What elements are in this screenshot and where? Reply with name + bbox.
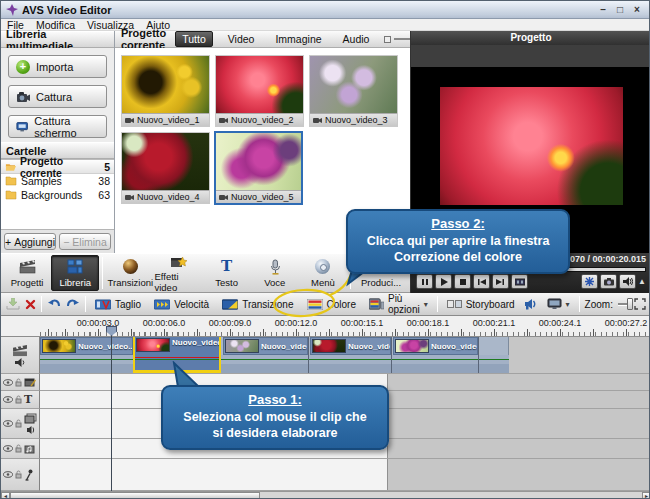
piu-opzioni-button[interactable]: Più opzioni ▾ xyxy=(365,292,432,316)
timeline-clip-3[interactable]: Nuovo_video... xyxy=(223,337,308,355)
pause-button[interactable] xyxy=(416,274,433,289)
colore-button[interactable]: Colore xyxy=(303,298,360,311)
volume-popup-arrow[interactable]: ▲ xyxy=(638,277,646,286)
clip-name: Nuovo_vide... xyxy=(348,342,391,351)
zoom-slider-thumb[interactable] xyxy=(627,298,633,310)
library-panel: Libreria multimediale + Importa Cattura … xyxy=(1,31,115,253)
import-button[interactable]: + Importa xyxy=(8,55,107,78)
clip-name: Nuovo_video... xyxy=(431,342,478,351)
clip-name: Nuovo_video... xyxy=(78,342,133,351)
timeline-clip-5[interactable]: Nuovo_video... xyxy=(393,337,478,355)
folder-current-project[interactable]: Progetto corrente 5 xyxy=(1,160,114,174)
ruler-label: 00:00:09.0 xyxy=(198,318,262,328)
media-grid: Nuovo_video_1 Nuovo_video_2 Nuovo_video_… xyxy=(115,48,410,211)
toolbar-label: Voce xyxy=(264,277,285,288)
capture-button[interactable]: Cattura xyxy=(8,85,107,108)
next-frame-button[interactable] xyxy=(492,274,509,289)
eye-icon[interactable] xyxy=(3,396,13,403)
timeline-clip-4[interactable]: Nuovo_vide... xyxy=(310,337,391,355)
folder-count: 5 xyxy=(104,161,110,173)
close-button[interactable]: × xyxy=(630,4,644,16)
timeline-zoom-slider[interactable] xyxy=(618,303,629,306)
media-item-4[interactable]: Nuovo_video_4 xyxy=(121,132,210,204)
scroll-right-icon[interactable]: ▸ xyxy=(642,492,650,499)
delete-label: Elimina xyxy=(72,236,106,248)
taglio-button[interactable]: Taglio xyxy=(91,298,145,311)
preview-title: Progetto xyxy=(411,31,650,45)
stop-button[interactable] xyxy=(454,274,471,289)
video-track[interactable]: Nuovo_video... Nuovo_video... Nuovo_vide… xyxy=(40,337,650,374)
add-folder-button[interactable]: + Aggiungi xyxy=(4,233,56,250)
clip-thumbnail xyxy=(42,339,76,353)
redo-icon[interactable] xyxy=(66,299,80,310)
timeline-hscrollbar[interactable]: ◂ ▸ xyxy=(1,491,650,499)
video-thumbnail xyxy=(216,56,303,113)
frame-step-button[interactable] xyxy=(511,274,528,289)
toolbar-voce-button[interactable]: Voce xyxy=(251,255,299,291)
toolbar-testo-button[interactable]: T Testo xyxy=(203,255,251,291)
maximize-button[interactable]: □ xyxy=(613,4,627,16)
eye-icon[interactable] xyxy=(3,445,13,452)
media-item-2[interactable]: Nuovo_video_2 xyxy=(215,55,304,127)
toolbar-libreria-button[interactable]: Libreria xyxy=(51,255,99,291)
unlock-icon[interactable] xyxy=(15,444,22,453)
tab-tutto[interactable]: Tutto xyxy=(175,31,213,47)
minimize-button[interactable]: – xyxy=(596,4,610,16)
toolbar-label: Effetti video xyxy=(154,271,202,293)
media-item-5-selected[interactable]: Nuovo_video_5 xyxy=(214,131,303,205)
unlock-icon[interactable] xyxy=(15,395,22,404)
unlock-icon[interactable] xyxy=(15,470,22,479)
tab-immagine[interactable]: Immagine xyxy=(269,32,327,46)
preview-frame-image xyxy=(440,87,623,205)
minus-icon: − xyxy=(63,236,69,248)
toolbar-transizioni-button[interactable]: Transizioni xyxy=(106,255,154,291)
folder-backgrounds[interactable]: Backgrounds 63 xyxy=(1,188,114,202)
clip-name: Nuovo_video... xyxy=(261,342,308,351)
video-camera-icon xyxy=(125,117,134,124)
insert-clip-icon[interactable] xyxy=(6,298,20,310)
monitor-view-button[interactable]: ▾ xyxy=(543,297,574,311)
media-item-1[interactable]: Nuovo_video_1 xyxy=(121,55,210,127)
scrollbar-thumb[interactable] xyxy=(10,492,260,499)
announcer-icon[interactable] xyxy=(524,298,538,310)
media-item-3[interactable]: Nuovo_video_3 xyxy=(309,55,398,127)
voice-track-icon xyxy=(24,469,34,481)
unlock-icon[interactable] xyxy=(15,419,22,428)
video-camera-icon xyxy=(219,117,228,124)
delete-clip-icon[interactable] xyxy=(25,299,36,310)
tab-audio[interactable]: Audio xyxy=(337,32,376,46)
unlock-icon[interactable] xyxy=(15,378,22,387)
velocita-button[interactable]: Velocità xyxy=(150,298,213,311)
timeline-ruler[interactable]: 00:00:03.0 00:00:06.0 00:00:09.0 00:00:1… xyxy=(1,316,650,337)
voice-track[interactable] xyxy=(40,459,650,491)
delete-folder-button[interactable]: − Elimina xyxy=(59,233,111,250)
previous-frame-button[interactable] xyxy=(473,274,490,289)
small-size-icon xyxy=(384,36,391,43)
timeline-clip-1[interactable]: Nuovo_video... xyxy=(40,337,133,355)
storyboard-toggle[interactable]: Storyboard xyxy=(443,298,519,311)
toolbar-menu-button[interactable]: Menù xyxy=(299,255,347,291)
eye-icon[interactable] xyxy=(3,379,13,386)
transizione-button[interactable]: Transizione xyxy=(218,298,297,311)
media-item-name: Nuovo_video_5 xyxy=(231,192,294,202)
clapperboard-icon xyxy=(19,258,36,275)
volume-icon[interactable] xyxy=(619,274,636,289)
toolbar-label: Progetti xyxy=(11,277,44,288)
split-view-icon[interactable] xyxy=(581,274,598,289)
undo-icon[interactable] xyxy=(47,299,61,310)
toolbar-progetti-button[interactable]: Progetti xyxy=(3,255,51,291)
tab-video[interactable]: Video xyxy=(222,32,261,46)
microphone-icon xyxy=(269,258,281,275)
play-button[interactable] xyxy=(435,274,452,289)
fit-timeline-icon[interactable] xyxy=(634,298,646,310)
screen-capture-button[interactable]: Cattura schermo xyxy=(8,115,107,138)
eye-icon[interactable] xyxy=(3,471,13,478)
clip-name: Nuovo_video... xyxy=(172,338,221,347)
snapshot-camera-icon[interactable] xyxy=(600,274,617,289)
eye-icon[interactable] xyxy=(3,420,13,427)
scroll-left-icon[interactable]: ◂ xyxy=(1,492,10,499)
library-blocks-icon xyxy=(67,258,83,275)
clip-boundary xyxy=(478,337,479,373)
callout-step2-line2: Correzione del colore xyxy=(356,249,560,265)
toolbar-effetti-video-button[interactable]: Effetti video xyxy=(154,255,202,291)
